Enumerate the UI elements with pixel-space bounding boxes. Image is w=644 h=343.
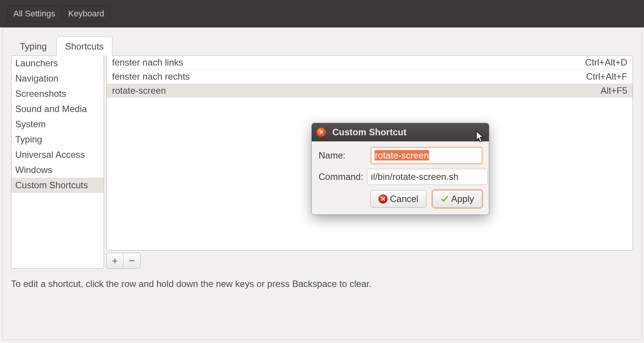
sidebar-item-system[interactable]: System [11, 117, 104, 132]
command-label: Command: [319, 172, 363, 182]
all-settings-button[interactable]: All Settings [8, 5, 61, 22]
cancel-button[interactable]: ✕ Cancel [370, 190, 426, 208]
tab-shortcuts[interactable]: Shortcuts [56, 36, 112, 56]
sidebar-item-screenshots[interactable]: Screenshots [11, 86, 104, 101]
sidebar-item-universal-access[interactable]: Universal Access [11, 147, 104, 162]
list-item[interactable]: fenster nach links Ctrl+Alt+D [107, 56, 633, 70]
sidebar-item-launchers[interactable]: Launchers [11, 56, 104, 71]
list-item[interactable]: fenster nach rechts Ctrl+Alt+F [107, 70, 633, 84]
shortcut-accel: Ctrl+Alt+F [586, 71, 627, 82]
cancel-label: Cancel [390, 194, 418, 204]
dialog-titlebar[interactable]: ✕ Custom Shortcut [312, 123, 489, 141]
sidebar-item-windows[interactable]: Windows [11, 162, 104, 178]
shortcut-name: fenster nach rechts [112, 71, 190, 82]
shortcut-accel: Ctrl+Alt+D [585, 57, 627, 68]
check-icon [441, 195, 449, 203]
close-icon[interactable]: ✕ [316, 127, 326, 137]
breadcrumb: All Settings Keyboard [0, 0, 644, 27]
category-sidebar[interactable]: Launchers Navigation Screenshots Sound a… [11, 55, 104, 269]
sidebar-item-typing[interactable]: Typing [11, 132, 104, 147]
tabstrip: Typing Shortcuts [11, 36, 633, 56]
dialog-title: Custom Shortcut [332, 127, 407, 138]
hint-text: To edit a shortcut, click the row and ho… [11, 279, 633, 289]
shortcut-name: fenster nach links [112, 57, 183, 68]
apply-label: Apply [451, 194, 474, 204]
remove-shortcut-button[interactable]: − [123, 253, 140, 268]
sidebar-item-sound-and-media[interactable]: Sound and Media [11, 101, 104, 117]
keyboard-crumb[interactable]: Keyboard [62, 5, 110, 22]
sidebar-item-custom-shortcuts[interactable]: Custom Shortcuts [11, 178, 104, 193]
name-label: Name: [319, 150, 367, 161]
command-input[interactable] [367, 169, 488, 185]
cancel-icon: ✕ [378, 194, 388, 204]
name-input[interactable]: rotate-screen [371, 147, 482, 163]
custom-shortcut-dialog: ✕ Custom Shortcut Name: rotate-screen Co… [312, 123, 489, 215]
shortcut-accel: Alt+F5 [601, 85, 627, 96]
tab-typing[interactable]: Typing [11, 36, 56, 56]
list-item[interactable]: rotate-screen Alt+F5 [107, 84, 633, 98]
apply-button[interactable]: Apply [433, 190, 482, 208]
add-shortcut-button[interactable]: + [107, 253, 123, 268]
list-controls: + − [106, 253, 633, 269]
sidebar-item-navigation[interactable]: Navigation [11, 71, 104, 86]
shortcut-name: rotate-screen [112, 85, 166, 96]
name-input-value: rotate-screen [375, 150, 429, 160]
